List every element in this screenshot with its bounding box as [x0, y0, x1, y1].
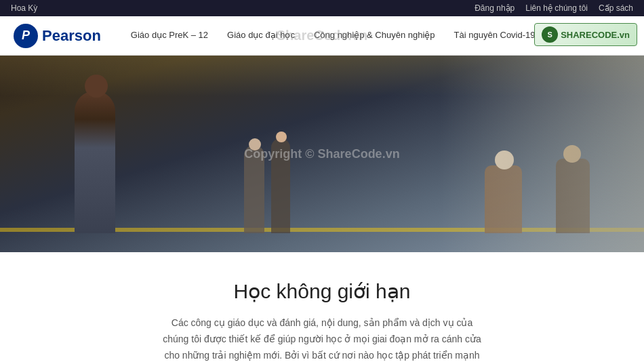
- grade-link[interactable]: Cấp sách: [599, 3, 633, 13]
- person-1-head: [85, 75, 108, 98]
- hero-section: Copyright © ShareCode.vn: [0, 56, 644, 252]
- person-2: [244, 145, 264, 233]
- nav-covid[interactable]: Tài nguyên Covid-19: [445, 16, 545, 56]
- nav-university[interactable]: Giáo dục đại học: [218, 16, 304, 56]
- logo-text: Pearson: [42, 27, 101, 45]
- person-2-head: [249, 138, 261, 150]
- top-bar-links: Đăng nhập Liên hệ chúng tôi Cấp sách: [475, 3, 633, 13]
- person-3-head: [276, 132, 287, 142]
- logo-icon: P: [14, 24, 38, 48]
- top-bar: Hoa Kỳ Đăng nhập Liên hệ chúng tôi Cấp s…: [0, 0, 644, 16]
- main-description: Các công cụ giáo dục và đánh giá, nội du…: [159, 315, 485, 362]
- hero-scene: [0, 56, 644, 252]
- country-label: Hoa Kỳ: [11, 3, 37, 13]
- person-3: [271, 138, 290, 233]
- nav-prek12[interactable]: Giáo dục PreK – 12: [121, 16, 218, 56]
- hero-wall: [441, 56, 644, 252]
- sharecode-icon: S: [542, 26, 558, 43]
- person-1: [75, 91, 115, 233]
- nav-industry[interactable]: Công nghiệp & Chuyên nghiệp: [304, 16, 445, 56]
- login-link[interactable]: Đăng nhập: [475, 3, 515, 13]
- logo[interactable]: P Pearson: [14, 24, 101, 48]
- sharecode-logo-badge: S SHARECODE.vn: [534, 23, 637, 46]
- contact-link[interactable]: Liên hệ chúng tôi: [525, 3, 588, 13]
- content-section: Học không giới hạn Các công cụ giáo dục …: [0, 252, 644, 362]
- header: P Pearson Giáo dục PreK – 12 Giáo dục đạ…: [0, 16, 644, 56]
- sharecode-label: SHARECODE.vn: [561, 30, 630, 40]
- main-heading: Học không giới hạn: [14, 279, 630, 303]
